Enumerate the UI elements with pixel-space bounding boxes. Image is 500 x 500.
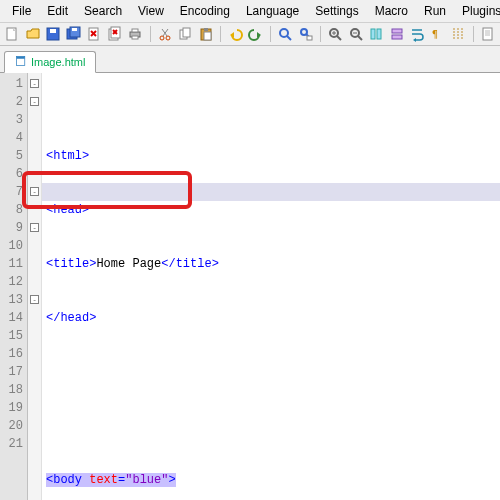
code-token: <head> — [46, 203, 89, 217]
code-token: <title> — [46, 257, 96, 271]
paste-icon[interactable] — [198, 25, 215, 43]
current-line-highlight — [42, 183, 500, 201]
svg-rect-6 — [72, 28, 77, 31]
svg-rect-24 — [204, 28, 208, 31]
svg-marker-44 — [413, 38, 416, 42]
code-token: > — [168, 473, 175, 487]
toolbar-separator — [270, 26, 271, 42]
svg-rect-40 — [371, 29, 375, 39]
line-number: 16 — [0, 345, 23, 363]
line-number: 5 — [0, 147, 23, 165]
redo-icon[interactable] — [248, 25, 265, 43]
svg-rect-32 — [307, 36, 312, 40]
print-icon[interactable] — [127, 25, 144, 43]
line-number: 2 — [0, 93, 23, 111]
toolbar-separator — [220, 26, 221, 42]
svg-rect-16 — [132, 36, 138, 39]
indent-guide-icon[interactable] — [450, 25, 467, 43]
code-area[interactable]: <html> <head> <title>Home Page</title> <… — [42, 73, 500, 500]
fold-toggle-icon[interactable]: - — [30, 295, 39, 304]
code-token: <html> — [46, 149, 89, 163]
file-icon — [15, 55, 27, 69]
code-token: <body — [46, 473, 82, 487]
menu-settings[interactable]: Settings — [307, 2, 366, 20]
tab-label: Image.html — [31, 56, 85, 68]
sync-v-icon[interactable] — [368, 25, 385, 43]
line-number: 13 — [0, 291, 23, 309]
close-all-icon[interactable] — [107, 25, 124, 43]
fold-toggle-icon[interactable]: - — [30, 97, 39, 106]
svg-point-28 — [280, 29, 288, 37]
menu-file[interactable]: File — [4, 2, 39, 20]
code-token: "blue" — [125, 473, 168, 487]
line-number: 7 — [0, 183, 23, 201]
menu-encoding[interactable]: Encoding — [172, 2, 238, 20]
doc-icon[interactable] — [479, 25, 496, 43]
tab-image-html[interactable]: Image.html — [4, 51, 96, 73]
menu-edit[interactable]: Edit — [39, 2, 76, 20]
code-token: </head> — [46, 311, 96, 325]
line-number: 4 — [0, 129, 23, 147]
zoom-in-icon[interactable] — [327, 25, 344, 43]
line-number: 12 — [0, 273, 23, 291]
toolbar: ¶ — [0, 23, 500, 46]
close-icon[interactable] — [86, 25, 103, 43]
code-token: </title> — [161, 257, 219, 271]
save-icon[interactable] — [45, 25, 62, 43]
undo-icon[interactable] — [227, 25, 244, 43]
menu-language[interactable]: Language — [238, 2, 307, 20]
line-number: 1 — [0, 75, 23, 93]
new-file-icon[interactable] — [4, 25, 21, 43]
svg-rect-3 — [50, 29, 56, 33]
svg-rect-42 — [392, 29, 402, 33]
line-number: 15 — [0, 327, 23, 345]
wordwrap-icon[interactable] — [409, 25, 426, 43]
cut-icon[interactable] — [157, 25, 174, 43]
svg-rect-15 — [132, 29, 138, 32]
svg-rect-25 — [204, 32, 211, 40]
sync-h-icon[interactable] — [388, 25, 405, 43]
line-number: 9 — [0, 219, 23, 237]
svg-point-17 — [160, 36, 164, 40]
svg-rect-54 — [17, 57, 25, 59]
line-number-gutter: 123456789101112131415161718192021 — [0, 73, 28, 500]
menu-plugins[interactable]: Plugins — [454, 2, 500, 20]
code-token: Home Page — [96, 257, 161, 271]
svg-line-29 — [287, 36, 291, 40]
code-token: text — [82, 473, 118, 487]
fold-toggle-icon[interactable]: - — [30, 79, 39, 88]
app-window: File Edit Search View Encoding Language … — [0, 0, 500, 500]
toolbar-separator — [473, 26, 474, 42]
line-number: 17 — [0, 363, 23, 381]
line-number: 20 — [0, 417, 23, 435]
svg-text:¶: ¶ — [432, 29, 438, 40]
editor-area[interactable]: 123456789101112131415161718192021 ----- … — [0, 73, 500, 500]
line-number: 21 — [0, 435, 23, 453]
menu-macro[interactable]: Macro — [367, 2, 416, 20]
zoom-out-icon[interactable] — [347, 25, 364, 43]
copy-icon[interactable] — [177, 25, 194, 43]
line-number: 11 — [0, 255, 23, 273]
toolbar-separator — [150, 26, 151, 42]
menu-run[interactable]: Run — [416, 2, 454, 20]
svg-rect-22 — [183, 28, 190, 37]
svg-rect-41 — [377, 29, 381, 39]
line-number: 3 — [0, 111, 23, 129]
line-number: 19 — [0, 399, 23, 417]
menu-bar: File Edit Search View Encoding Language … — [0, 0, 500, 23]
svg-rect-49 — [483, 28, 492, 40]
line-number: 14 — [0, 309, 23, 327]
line-number: 10 — [0, 237, 23, 255]
fold-toggle-icon[interactable]: - — [30, 223, 39, 232]
svg-point-18 — [166, 36, 170, 40]
open-file-icon[interactable] — [25, 25, 42, 43]
menu-view[interactable]: View — [130, 2, 172, 20]
fold-toggle-icon[interactable]: - — [30, 187, 39, 196]
toolbar-separator — [320, 26, 321, 42]
showall-icon[interactable]: ¶ — [429, 25, 446, 43]
menu-search[interactable]: Search — [76, 2, 130, 20]
svg-line-38 — [358, 36, 362, 40]
replace-icon[interactable] — [297, 25, 314, 43]
save-all-icon[interactable] — [66, 25, 83, 43]
find-icon[interactable] — [277, 25, 294, 43]
